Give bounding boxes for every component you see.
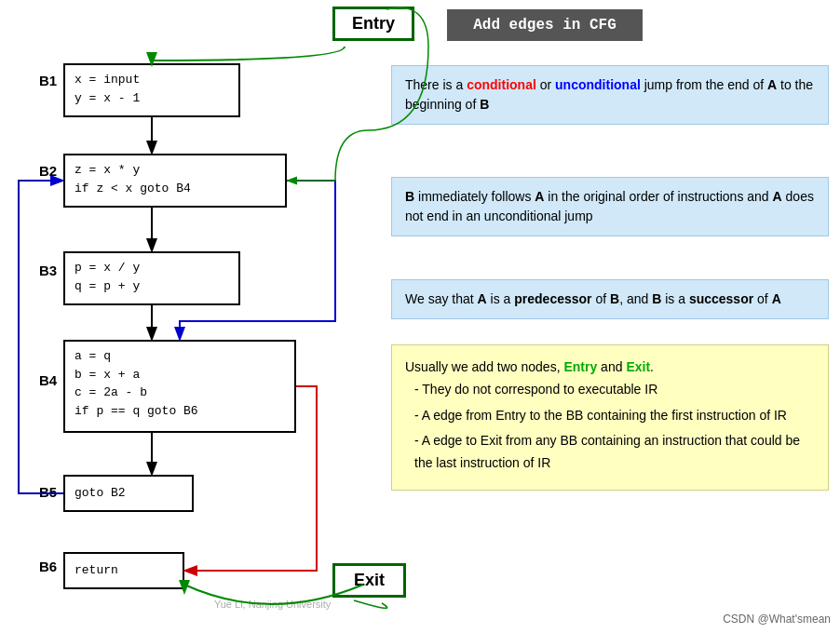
exit-decoration [354, 600, 387, 608]
b-text-1: B [480, 97, 489, 112]
b-text-2: B [405, 189, 414, 204]
block-label-b3: B3 [39, 263, 57, 278]
block-label-b6: B6 [39, 559, 57, 574]
exit-node: Exit [332, 563, 406, 598]
unconditional-text: unconditional [555, 77, 641, 92]
info-box-1: There is a conditional or unconditional … [391, 65, 829, 125]
block-box-b1: x = inputy = x - 1 [63, 63, 240, 117]
conditional-text: conditional [467, 77, 536, 92]
b-text-4: B [652, 291, 661, 306]
watermark: Yue Li, Nanjing University [214, 599, 331, 610]
entry-node: Entry [332, 7, 414, 41]
block-label-b1: B1 [39, 73, 57, 88]
a-text-1: A [767, 77, 777, 92]
block-box-b6: return [63, 552, 184, 589]
add-edges-title: Add edges in CFG [447, 9, 643, 41]
info-box-3: We say that A is a predecessor of B, and… [391, 279, 829, 319]
yellow-item-2: A edge from Entry to the BB containing t… [414, 405, 815, 427]
block-box-b4: a = qb = x + ac = 2a - bif p == q goto B… [63, 340, 296, 433]
info-box-2: B immediately follows A in the original … [391, 177, 829, 236]
exit-label: Exit [354, 571, 385, 589]
predecessor-text: predecessor [514, 291, 591, 306]
block-box-b3: p = x / yq = p + y [63, 251, 240, 305]
yellow-list: They do not correspond to executable IR … [405, 379, 815, 475]
successor-text: successor [689, 291, 753, 306]
block-label-b2: B2 [39, 163, 57, 179]
entry-label: Entry [352, 14, 395, 33]
yellow-item-3: A edge to Exit from any BB containing an… [414, 430, 815, 475]
block-box-b5: goto B2 [63, 475, 194, 512]
b5-to-b2-arrow [19, 181, 63, 493]
a-text-4: A [478, 291, 487, 306]
credit-text: CSDN @What'smean [723, 613, 831, 626]
block-label-b4: B4 [39, 372, 57, 388]
entry-word: Entry [563, 359, 597, 374]
exit-word: Exit [626, 359, 650, 374]
yellow-intro: Usually we add two nodes, Entry and Exit… [405, 357, 815, 379]
a-text-2: A [535, 189, 544, 204]
a-text-5: A [772, 291, 781, 306]
entry-to-b1-arrow [152, 47, 345, 63]
yellow-item-1: They do not correspond to executable IR [414, 379, 815, 401]
a-text-3: A [773, 189, 782, 204]
block-label-b5: B5 [39, 484, 57, 500]
b-text-3: B [610, 291, 619, 306]
yellow-info-box: Usually we add two nodes, Entry and Exit… [391, 344, 829, 491]
block-box-b2: z = x * yif z < x goto B4 [63, 154, 287, 208]
